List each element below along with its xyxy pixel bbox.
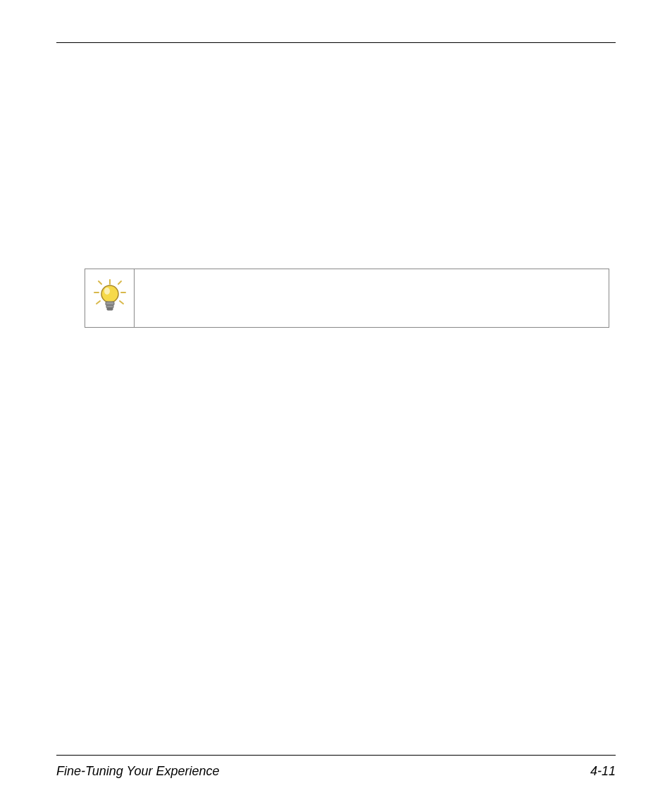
svg-line-5: [97, 301, 100, 304]
document-page: Fine-Tuning Your Experience 4-11: [0, 0, 672, 807]
svg-line-6: [120, 301, 123, 304]
svg-line-3: [99, 281, 101, 284]
lightbulb-tip-icon: [93, 278, 127, 318]
svg-rect-9: [106, 302, 114, 305]
header-rule: [56, 42, 616, 43]
svg-point-7: [101, 285, 118, 302]
svg-line-4: [118, 281, 121, 284]
footer-row: Fine-Tuning Your Experience 4-11: [56, 764, 616, 779]
tip-callout-box: [85, 269, 609, 328]
tip-icon-cell: [85, 269, 135, 327]
tip-content: [135, 269, 609, 327]
svg-point-8: [104, 288, 110, 295]
footer-page-number: 4-11: [590, 764, 616, 779]
svg-rect-11: [107, 308, 113, 310]
svg-rect-10: [106, 305, 113, 308]
footer-section-title: Fine-Tuning Your Experience: [56, 764, 219, 779]
page-footer: Fine-Tuning Your Experience 4-11: [56, 755, 616, 779]
footer-rule: [56, 755, 616, 756]
